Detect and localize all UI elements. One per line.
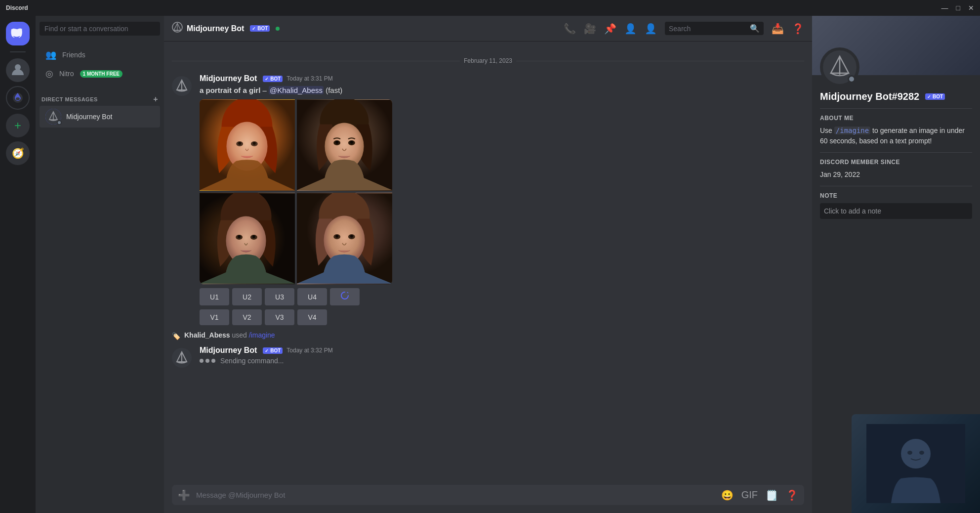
system-message: 🏷️ Khalid_Abess used /imagine [164,327,812,344]
window-controls: — □ ✕ [941,4,974,12]
dm-sidebar: 👥 Friends ◎ Nitro 1 MONTH FREE DIRECT ME… [36,16,164,513]
svg-point-2 [16,97,20,100]
friends-label: Friends [62,51,85,59]
note-box[interactable]: Click to add a note [820,203,972,219]
svg-point-29 [252,235,255,238]
refresh-button[interactable] [330,288,360,305]
sending-indicator: Sending command... [200,357,804,365]
chat-messages: February 11, 2023 Midjourney Bot [164,42,812,485]
discord-home-button[interactable] [6,22,30,45]
help-button[interactable]: ❓ [792,23,804,35]
app-title: Discord [6,4,28,11]
svg-point-21 [335,141,338,144]
close-button[interactable]: ✕ [968,4,974,12]
add-friend-button[interactable]: 👤 [624,23,637,35]
profile-name-row: Midjourney Bot#9282 ✓ BOT [820,91,972,102]
v2-button[interactable]: V2 [232,309,262,325]
server-icon-1[interactable] [6,58,30,82]
divider-2 [820,152,972,153]
video-thumbnail [852,414,980,513]
svg-point-15 [253,142,256,145]
dm-section-header: DIRECT MESSAGES + [36,87,164,106]
message-author-1: Midjourney Bot [200,74,257,83]
search-icon: 🔍 [750,24,760,33]
cmd-text: /imagine [249,331,275,339]
svg-point-22 [350,141,353,144]
svg-rect-45 [866,424,965,503]
sticker-button[interactable]: 🗒️ [764,485,780,505]
video-button[interactable]: 🎥 [584,23,596,35]
explore-servers-button[interactable]: 🧭 [6,141,30,165]
maximize-button[interactable]: □ [956,4,960,12]
dm-item-name: Midjourney Bot [66,113,112,121]
profile-button[interactable]: 👤 [645,23,657,35]
chat-input-area: ➕ 😀 GIF 🗒️ ❓ [164,485,812,513]
nitro-icon: ◎ [45,68,53,79]
u1-button[interactable]: U1 [200,288,229,305]
message-header-2: Midjourney Bot ✓ BOT Today at 3:32 PM [200,346,804,355]
image-grid [200,99,392,284]
note-placeholder: Click to add a note [824,207,881,215]
call-button[interactable]: 📞 [564,23,576,35]
about-me-title: ABOUT ME [820,115,972,122]
minimize-button[interactable]: — [941,4,948,12]
attach-button[interactable]: ➕ [176,485,192,505]
svg-point-36 [350,235,353,238]
image-cell-2[interactable] [297,99,392,191]
about-me-text: Use /imagine to generate an image in und… [820,126,972,146]
app-layout: + 🧭 👥 Friends ◎ Nitro 1 MONTH FREE DIREC… [0,16,980,513]
image-cell-4[interactable] [297,193,392,284]
v4-button[interactable]: V4 [297,309,327,325]
message-avatar-1 [172,76,192,96]
msg-bot-badge-1: ✓ BOT [263,76,283,82]
message-group-1: Midjourney Bot ✓ BOT Today at 3:31 PM a … [164,72,812,327]
input-actions-right: 😀 GIF 🗒️ ❓ [719,485,800,505]
image-cell-3[interactable] [200,193,295,284]
message-input[interactable] [196,485,715,505]
gif-button[interactable]: GIF [739,485,760,505]
v3-button[interactable]: V3 [265,309,294,325]
message-timestamp-1: Today at 3:31 PM [286,75,332,82]
divider-1 [820,108,972,109]
chat-header-actions: 📞 🎥 📌 👤 👤 🔍 📥 ❓ [564,22,804,35]
avatar-midjourney [45,109,61,125]
u4-button[interactable]: U4 [297,288,327,305]
dm-list-item-midjourney[interactable]: Midjourney Bot [40,106,160,128]
about-cmd-highlight: /imagine [834,127,870,134]
search-input[interactable] [40,22,160,36]
message-timestamp-2: Today at 3:32 PM [286,347,332,354]
server-icon-2[interactable] [6,86,30,110]
pin-button[interactable]: 📌 [604,23,616,35]
icon-rail: + 🧭 [0,16,36,513]
u2-button[interactable]: U2 [232,288,262,305]
dm-nav-items: 👥 Friends ◎ Nitro 1 MONTH FREE [36,42,164,87]
message-content-1: Midjourney Bot ✓ BOT Today at 3:31 PM a … [200,74,804,325]
people-emoji-button[interactable]: 😀 [719,485,735,505]
help-slash-button[interactable]: ❓ [784,485,800,505]
search-bar[interactable] [36,16,164,42]
chat-header: Midjourney Bot ✓ BOT 📞 🎥 📌 👤 👤 🔍 📥 ❓ [164,16,812,42]
action-buttons-row2: V1 V2 V3 V4 [200,309,804,325]
rail-divider [10,51,26,52]
note-title: NOTE [820,192,972,199]
online-indicator [276,27,280,31]
chat-search-input[interactable] [669,25,747,33]
nitro-nav-item[interactable]: ◎ Nitro 1 MONTH FREE [40,64,160,83]
header-bot-badge: ✓ BOT [250,25,270,32]
v1-button[interactable]: V1 [200,309,229,325]
message-text-1: a portrait of a girl – @Khalid_Abess (fa… [200,85,804,95]
mention-khalid: @Khalid_Abess [269,86,324,94]
chat-input-box: ➕ 😀 GIF 🗒️ ❓ [172,485,804,505]
u3-button[interactable]: U3 [265,288,294,305]
sending-text: Sending command... [220,357,284,365]
message-group-2: Midjourney Bot ✓ BOT Today at 3:32 PM Se… [164,344,812,370]
add-server-button[interactable]: + [6,114,30,137]
add-dm-button[interactable]: + [153,95,158,104]
image-cell-1[interactable] [200,99,295,191]
dm-status-indicator [57,120,62,125]
system-text: Khalid_Abess used /imagine [184,331,275,339]
friends-nav-item[interactable]: 👥 Friends [40,45,160,64]
search-box[interactable]: 🔍 [665,22,764,35]
inbox-button[interactable]: 📥 [772,23,784,35]
profile-name: Midjourney Bot#9282 [820,91,919,102]
